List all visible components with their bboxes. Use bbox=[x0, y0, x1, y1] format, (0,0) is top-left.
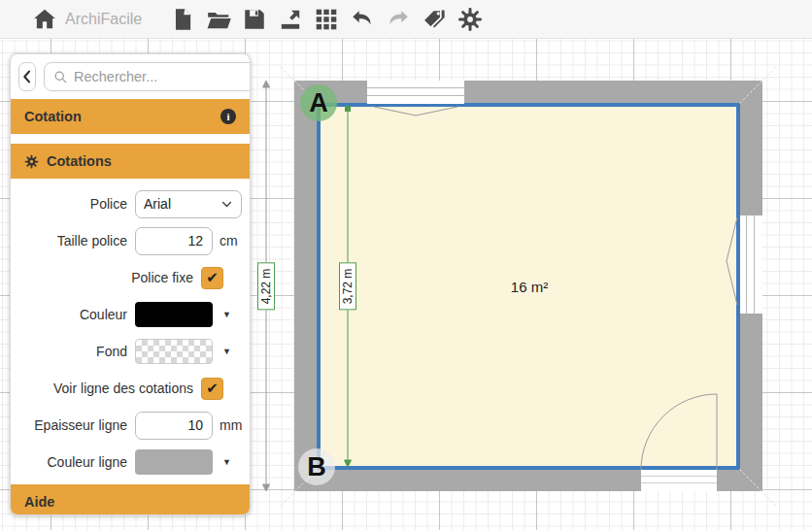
field-row-epaisseur: Epaisseur ligne mm bbox=[15, 411, 246, 440]
brand[interactable]: ArchiFacile bbox=[31, 6, 142, 33]
export-icon[interactable] bbox=[277, 6, 304, 33]
line-thickness-input[interactable] bbox=[135, 412, 213, 440]
cotation-panel: Cotation i Cotations Police Arial Taille… bbox=[10, 53, 251, 515]
epaisseur-unit: mm bbox=[220, 417, 242, 433]
gear-icon bbox=[24, 154, 39, 169]
couleur-ligne-dropdown-arrow[interactable]: ▼ bbox=[222, 457, 231, 467]
field-row-couleur-ligne: Couleur ligne ▼ bbox=[15, 447, 246, 477]
grid-icon[interactable] bbox=[313, 6, 340, 33]
window-right-wall[interactable] bbox=[740, 215, 762, 314]
section-header-cotations[interactable]: Cotations bbox=[11, 144, 250, 179]
dimension-label-inner[interactable]: 3,72 m bbox=[339, 263, 356, 311]
drawing-canvas[interactable]: A B 4,22 m 3,72 m 16 m² Cotation i Cotat… bbox=[0, 39, 812, 530]
home-icon[interactable] bbox=[31, 6, 58, 33]
info-icon[interactable]: i bbox=[220, 109, 236, 124]
open-folder-icon[interactable] bbox=[205, 6, 232, 33]
tags-icon[interactable] bbox=[421, 6, 448, 33]
point-b-handle[interactable]: B bbox=[298, 448, 335, 485]
line-color-swatch[interactable] bbox=[135, 449, 213, 475]
couleur-ligne-label: Couleur ligne bbox=[15, 454, 135, 470]
point-b-label: B bbox=[307, 452, 326, 482]
taille-unit: cm bbox=[220, 233, 238, 248]
fond-dropdown-arrow[interactable]: ▼ bbox=[222, 347, 231, 356]
section-title: Cotations bbox=[47, 153, 112, 169]
search-input[interactable] bbox=[74, 69, 251, 84]
dimension-label-outer[interactable]: 4,22 m bbox=[257, 263, 275, 311]
back-button[interactable] bbox=[18, 62, 36, 91]
police-fixe-label: Police fixe bbox=[15, 270, 201, 285]
panel-title-bar[interactable]: Cotation i bbox=[11, 99, 250, 134]
save-icon[interactable] bbox=[241, 6, 268, 33]
new-file-icon[interactable] bbox=[169, 6, 196, 33]
point-a-handle[interactable]: A bbox=[300, 84, 337, 121]
panel-title: Cotation bbox=[24, 109, 82, 124]
background-color-swatch[interactable] bbox=[135, 339, 213, 364]
door-opening-bottom-wall[interactable] bbox=[641, 470, 717, 491]
voir-ligne-label: Voir ligne des cotations bbox=[15, 381, 201, 396]
taille-label: Taille police bbox=[15, 233, 135, 248]
field-row-voir-ligne: Voir ligne des cotations ✔ bbox=[15, 374, 246, 403]
text-color-swatch[interactable] bbox=[135, 302, 213, 327]
cotations-form: Police Arial Taille police cm Police fix… bbox=[11, 179, 250, 484]
font-size-input[interactable] bbox=[135, 227, 213, 255]
voir-ligne-checkbox[interactable]: ✔ bbox=[201, 378, 223, 400]
help-section-header[interactable]: Aide bbox=[11, 484, 250, 515]
settings-gear-icon[interactable] bbox=[457, 6, 484, 33]
couleur-label: Couleur bbox=[15, 307, 135, 322]
panel-top-bar bbox=[11, 54, 250, 99]
room-area-label: 16 m² bbox=[511, 279, 548, 295]
epaisseur-label: Epaisseur ligne bbox=[15, 417, 135, 433]
undo-icon[interactable] bbox=[349, 6, 376, 33]
field-row-fond: Fond ▼ bbox=[15, 337, 246, 366]
toolbar: ArchiFacile bbox=[0, 0, 812, 39]
font-select[interactable]: Arial bbox=[135, 190, 242, 218]
search-icon bbox=[53, 70, 68, 84]
window-top-wall[interactable] bbox=[367, 81, 464, 104]
field-row-police: Police Arial bbox=[15, 189, 246, 218]
fond-label: Fond bbox=[15, 344, 135, 359]
toolbar-icons bbox=[169, 6, 484, 33]
help-title: Aide bbox=[24, 494, 54, 510]
field-row-taille: Taille police cm bbox=[15, 226, 246, 255]
point-a-label: A bbox=[309, 88, 328, 118]
redo-icon[interactable] bbox=[385, 6, 412, 33]
font-select-value: Arial bbox=[144, 196, 171, 212]
field-row-police-fixe: Police fixe ✔ bbox=[15, 263, 246, 292]
police-label: Police bbox=[15, 196, 135, 212]
app-title: ArchiFacile bbox=[65, 11, 142, 28]
chevron-down-icon bbox=[220, 198, 233, 211]
search-box[interactable] bbox=[44, 62, 251, 91]
couleur-dropdown-arrow[interactable]: ▼ bbox=[222, 310, 231, 319]
field-row-couleur: Couleur ▼ bbox=[15, 300, 246, 329]
police-fixe-checkbox[interactable]: ✔ bbox=[201, 267, 223, 289]
